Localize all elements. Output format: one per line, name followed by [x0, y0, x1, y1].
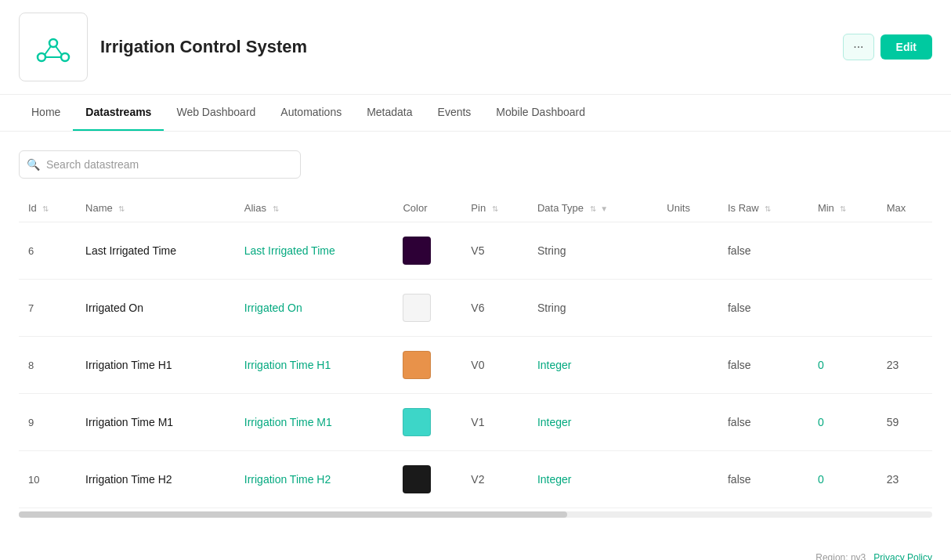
table-row[interactable]: 6 Last Irrigated Time Last Irrigated Tim… — [19, 222, 932, 280]
edit-button[interactable]: Edit — [880, 34, 932, 60]
col-header-min[interactable]: Min ⇅ — [808, 194, 877, 222]
sort-icon-name: ⇅ — [118, 204, 125, 213]
cell-pin: V0 — [461, 337, 528, 394]
app-title: Irrigation Control System — [100, 37, 307, 57]
cell-id: 6 — [19, 222, 76, 280]
cell-min — [808, 280, 877, 337]
sort-icon-alias: ⇅ — [273, 204, 279, 213]
search-box: 🔍 — [19, 150, 301, 179]
cell-units — [657, 280, 718, 337]
cell-alias: Last Irrigated Time — [235, 222, 394, 280]
cell-max — [877, 280, 932, 337]
nav-item-home[interactable]: Home — [19, 95, 73, 131]
search-input[interactable] — [19, 150, 301, 179]
table-row[interactable]: 9 Irrigation Time M1 Irrigation Time M1 … — [19, 394, 932, 451]
search-icon: 🔍 — [27, 158, 40, 171]
col-header-alias[interactable]: Alias ⇅ — [235, 194, 394, 222]
cell-units — [657, 451, 718, 508]
sort-icon-israw: ⇅ — [765, 204, 771, 213]
footer-region: Region: ny3 — [815, 552, 866, 560]
cell-pin: V2 — [461, 451, 528, 508]
cell-color — [393, 394, 461, 451]
cell-name: Irrigation Time H1 — [76, 337, 235, 394]
cell-pin: V1 — [461, 394, 528, 451]
col-header-datatype[interactable]: Data Type ⇅ ▼ — [528, 194, 657, 222]
cell-alias: Irrigated On — [235, 280, 394, 337]
more-button[interactable]: ··· — [843, 34, 873, 60]
cell-id: 9 — [19, 394, 76, 451]
color-swatch — [403, 351, 431, 379]
cell-units — [657, 337, 718, 394]
nav-item-web-dashboard[interactable]: Web Dashboard — [164, 95, 268, 131]
header: Irrigation Control System ··· Edit — [0, 0, 951, 95]
footer-privacy-link[interactable]: Privacy Policy — [873, 552, 932, 560]
sort-icon-min: ⇅ — [840, 204, 846, 213]
table-body: 6 Last Irrigated Time Last Irrigated Tim… — [19, 222, 932, 508]
cell-units — [657, 394, 718, 451]
col-header-name[interactable]: Name ⇅ — [76, 194, 235, 222]
table-row[interactable]: 7 Irrigated On Irrigated On V6 String fa… — [19, 280, 932, 337]
cell-name: Irrigation Time H2 — [76, 451, 235, 508]
logo-icon — [34, 27, 73, 67]
horizontal-scrollbar-thumb — [19, 511, 567, 518]
header-right: ··· Edit — [843, 34, 932, 60]
cell-color — [393, 222, 461, 280]
cell-alias: Irrigation Time M1 — [235, 394, 394, 451]
cell-min — [808, 222, 877, 280]
nav-item-automations[interactable]: Automations — [268, 95, 354, 131]
nav-item-datastreams[interactable]: Datastreams — [73, 95, 164, 131]
cell-datatype: Integer — [528, 451, 657, 508]
datastreams-table: Id ⇅ Name ⇅ Alias ⇅ Color — [19, 194, 932, 508]
svg-line-3 — [45, 46, 51, 55]
table-container: Id ⇅ Name ⇅ Alias ⇅ Color — [19, 194, 932, 508]
nav-item-mobile-dashboard[interactable]: Mobile Dashboard — [483, 95, 598, 131]
cell-israw: false — [718, 337, 808, 394]
svg-line-4 — [56, 46, 62, 55]
sort-icon-id: ⇅ — [42, 204, 49, 213]
nav: Home Datastreams Web Dashboard Automatio… — [0, 95, 951, 132]
cell-color — [393, 451, 461, 508]
cell-datatype: Integer — [528, 394, 657, 451]
cell-min: 0 — [808, 337, 877, 394]
cell-max: 23 — [877, 451, 932, 508]
cell-name: Last Irrigated Time — [76, 222, 235, 280]
cell-id: 7 — [19, 280, 76, 337]
cell-datatype: String — [528, 280, 657, 337]
table-row[interactable]: 8 Irrigation Time H1 Irrigation Time H1 … — [19, 337, 932, 394]
cell-israw: false — [718, 394, 808, 451]
col-header-israw[interactable]: Is Raw ⇅ — [718, 194, 808, 222]
nav-item-metadata[interactable]: Metadata — [354, 95, 425, 131]
col-header-color: Color — [393, 194, 461, 222]
cell-color — [393, 280, 461, 337]
color-swatch — [403, 465, 431, 493]
cell-id: 10 — [19, 451, 76, 508]
cell-min: 0 — [808, 394, 877, 451]
table-scroll-area: Id ⇅ Name ⇅ Alias ⇅ Color — [19, 194, 932, 518]
table-row[interactable]: 10 Irrigation Time H2 Irrigation Time H2… — [19, 451, 932, 508]
cell-max: 59 — [877, 394, 932, 451]
col-header-max: Max — [877, 194, 932, 222]
cell-alias: Irrigation Time H2 — [235, 451, 394, 508]
cell-name: Irrigation Time M1 — [76, 394, 235, 451]
cell-alias: Irrigation Time H1 — [235, 337, 394, 394]
cell-color — [393, 337, 461, 394]
col-header-units: Units — [657, 194, 718, 222]
cell-datatype: String — [528, 222, 657, 280]
logo-box — [19, 13, 88, 81]
cell-id: 8 — [19, 337, 76, 394]
horizontal-scrollbar[interactable] — [19, 511, 932, 518]
cell-min: 0 — [808, 451, 877, 508]
col-header-pin[interactable]: Pin ⇅ — [461, 194, 528, 222]
cell-pin: V6 — [461, 280, 528, 337]
nav-item-events[interactable]: Events — [425, 95, 484, 131]
cell-max: 23 — [877, 337, 932, 394]
cell-name: Irrigated On — [76, 280, 235, 337]
color-swatch — [403, 294, 431, 322]
cell-datatype: Integer — [528, 337, 657, 394]
col-header-id[interactable]: Id ⇅ — [19, 194, 76, 222]
cell-israw: false — [718, 280, 808, 337]
cell-israw: false — [718, 222, 808, 280]
filter-icon-datatype: ▼ — [600, 204, 608, 213]
svg-point-1 — [49, 39, 57, 47]
cell-pin: V5 — [461, 222, 528, 280]
